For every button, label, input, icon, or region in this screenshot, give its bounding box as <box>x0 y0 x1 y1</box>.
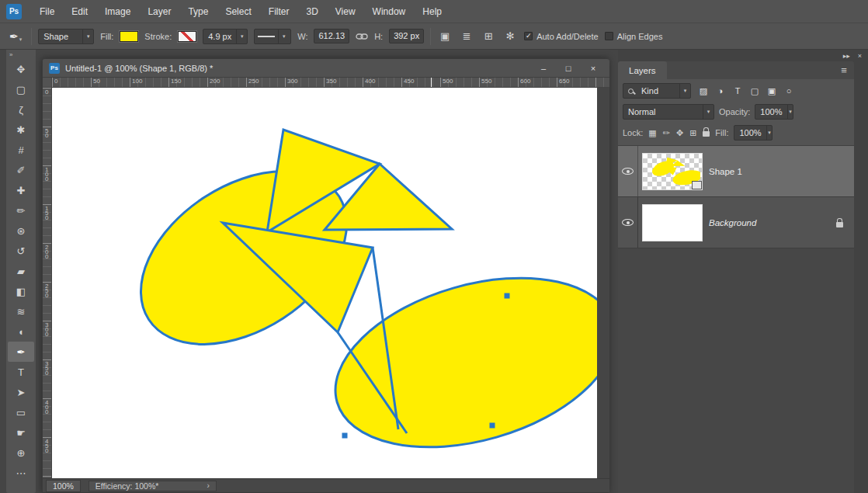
filter-smart-object-icon[interactable]: ▣ <box>764 83 779 99</box>
maximize-button[interactable]: □ <box>558 61 578 75</box>
height-input[interactable]: 392 px <box>389 29 424 43</box>
healing-brush-tool[interactable]: ✚ <box>6 180 36 200</box>
eye-icon <box>622 219 634 226</box>
crop-tool[interactable]: # <box>6 140 36 160</box>
collapse-dock-icon[interactable]: ▸▸ <box>843 52 850 60</box>
visibility-toggle[interactable] <box>618 146 638 196</box>
tab-layers[interactable]: Layers <box>618 61 667 79</box>
hand-tool[interactable]: ☛ <box>6 422 36 443</box>
close-button[interactable]: × <box>583 61 603 75</box>
path-selection-tool[interactable]: ➤ <box>6 382 36 402</box>
lock-pixels-icon[interactable]: ✏ <box>663 128 670 138</box>
document-area: Ps Untitled-1 @ 100% (Shape 1, RGB/8) * … <box>36 50 618 493</box>
menu-edit[interactable]: Edit <box>63 6 96 17</box>
edit-toolbar-button[interactable]: ⋯ <box>6 463 36 483</box>
layer-thumbnail[interactable] <box>643 205 702 241</box>
fill-opacity-input[interactable]: 100% ▾ <box>734 125 773 141</box>
visibility-toggle[interactable] <box>618 197 638 248</box>
menu-filter[interactable]: Filter <box>260 6 298 17</box>
layer-filter-row: Kind ▾ ▨◑T▢▣○ <box>618 79 854 102</box>
filter-shape-layers-icon[interactable]: ▢ <box>747 83 762 99</box>
filter-kind-select[interactable]: Kind ▾ <box>623 83 691 99</box>
path-operations-icon[interactable]: ▣ <box>437 29 453 44</box>
ruler-mark: 500 <box>443 78 453 85</box>
menu-file[interactable]: File <box>31 6 63 17</box>
anchor-point[interactable] <box>342 433 348 439</box>
lasso-tool[interactable]: ζ <box>6 99 36 120</box>
stroke-color-swatch[interactable] <box>178 31 196 42</box>
gear-icon[interactable]: ✻ <box>502 29 518 44</box>
zoom-tool[interactable]: ⊕ <box>6 443 36 463</box>
chevron-down-icon: ▾ <box>82 30 93 43</box>
filter-toggle-icon[interactable]: ○ <box>781 83 797 99</box>
filter-pixel-layers-icon[interactable]: ▨ <box>696 83 711 99</box>
blend-mode-value: Normal <box>623 107 703 116</box>
path-alignment-icon[interactable]: ≣ <box>459 29 474 44</box>
type-tool[interactable]: T <box>6 362 36 382</box>
menu-select[interactable]: Select <box>217 6 259 17</box>
canvas[interactable] <box>52 88 597 478</box>
menu-help[interactable]: Help <box>414 6 450 17</box>
divider <box>430 28 431 45</box>
ruler-mark: 150 <box>171 78 181 85</box>
layer-name[interactable]: Background <box>709 218 756 227</box>
menu-image[interactable]: Image <box>96 6 139 17</box>
minimize-button[interactable]: – <box>533 61 554 75</box>
lock-label: Lock: <box>623 128 643 137</box>
align-edges-checkbox[interactable]: ✓ <box>605 32 613 40</box>
anchor-point[interactable] <box>505 293 510 299</box>
zoom-level[interactable]: 100% <box>46 480 81 492</box>
eyedropper-tool[interactable]: ✐ <box>6 160 36 180</box>
vertical-ruler[interactable]: 050100150200250300350400450 <box>43 88 52 478</box>
layer-name[interactable]: Shape 1 <box>709 167 742 176</box>
lock-icon <box>836 222 843 227</box>
layer-row-background[interactable]: Background <box>618 197 854 248</box>
blend-mode-select[interactable]: Normal ▾ <box>623 104 714 120</box>
shape-tool[interactable]: ▭ <box>6 402 36 422</box>
current-tool-preset[interactable]: ✒▾ <box>6 29 25 44</box>
pen-tool[interactable]: ✒ <box>8 342 34 362</box>
lock-all-icon[interactable] <box>703 127 710 138</box>
auto-add-delete-checkbox[interactable]: ✓ <box>524 32 533 40</box>
menu-3d[interactable]: 3D <box>297 6 326 17</box>
panel-menu-icon[interactable]: ≡ <box>834 61 854 79</box>
brush-tool[interactable]: ✏ <box>6 200 36 220</box>
layer-thumbnail[interactable] <box>643 154 702 189</box>
dodge-tool[interactable]: ◖ <box>6 321 36 342</box>
eraser-tool[interactable]: ▰ <box>6 261 36 281</box>
layer-row-shape-1[interactable]: Shape 1 <box>618 146 854 197</box>
blur-tool[interactable]: ≋ <box>6 301 36 321</box>
anchor-point[interactable] <box>490 423 495 429</box>
rectangular-marquee-tool[interactable]: ▢ <box>6 79 36 99</box>
tool-mode-select[interactable]: Shape ▾ <box>38 29 94 44</box>
menu-view[interactable]: View <box>327 6 364 17</box>
opacity-input[interactable]: 100% ▾ <box>755 104 793 120</box>
lock-artboard-icon[interactable]: ⊞ <box>689 128 696 138</box>
clone-stamp-tool[interactable]: ⊛ <box>6 220 36 241</box>
collapse-tools-icon[interactable]: » <box>6 50 36 59</box>
lock-transparency-icon[interactable]: ▦ <box>648 128 656 138</box>
search-icon <box>628 89 634 94</box>
close-panel-icon[interactable]: × <box>858 52 862 60</box>
quick-selection-tool[interactable]: ✱ <box>6 120 36 140</box>
stroke-width-input[interactable]: 4.9 px ▾ <box>203 29 248 44</box>
lock-row: Lock: ▦✏✥⊞ Fill: 100% ▾ <box>618 123 854 145</box>
stroke-style-select[interactable]: ▾ <box>254 29 291 44</box>
width-input[interactable]: 612.13 <box>314 29 349 43</box>
horizontal-ruler[interactable]: 050100150200250300350400450500550600650 <box>52 78 609 88</box>
fill-color-swatch[interactable] <box>120 31 138 42</box>
menu-window[interactable]: Window <box>364 6 415 17</box>
ruler-mark: 100 <box>45 168 48 182</box>
menu-type[interactable]: Type <box>179 6 217 17</box>
lock-position-icon[interactable]: ✥ <box>676 128 683 138</box>
filter-type-layers-icon[interactable]: T <box>730 83 745 99</box>
link-dimensions-icon[interactable] <box>356 33 368 40</box>
filter-adjustment-layers-icon[interactable]: ◑ <box>713 83 728 99</box>
document-titlebar[interactable]: Ps Untitled-1 @ 100% (Shape 1, RGB/8) * … <box>43 59 609 78</box>
move-tool[interactable]: ✥ <box>6 59 36 79</box>
path-arrange-icon[interactable]: ⊞ <box>481 29 496 44</box>
gradient-tool[interactable]: ◧ <box>6 281 36 301</box>
history-brush-tool[interactable]: ↺ <box>6 241 36 261</box>
status-field[interactable]: Efficiency: 100%* › <box>89 481 217 491</box>
menu-layer[interactable]: Layer <box>139 6 179 17</box>
